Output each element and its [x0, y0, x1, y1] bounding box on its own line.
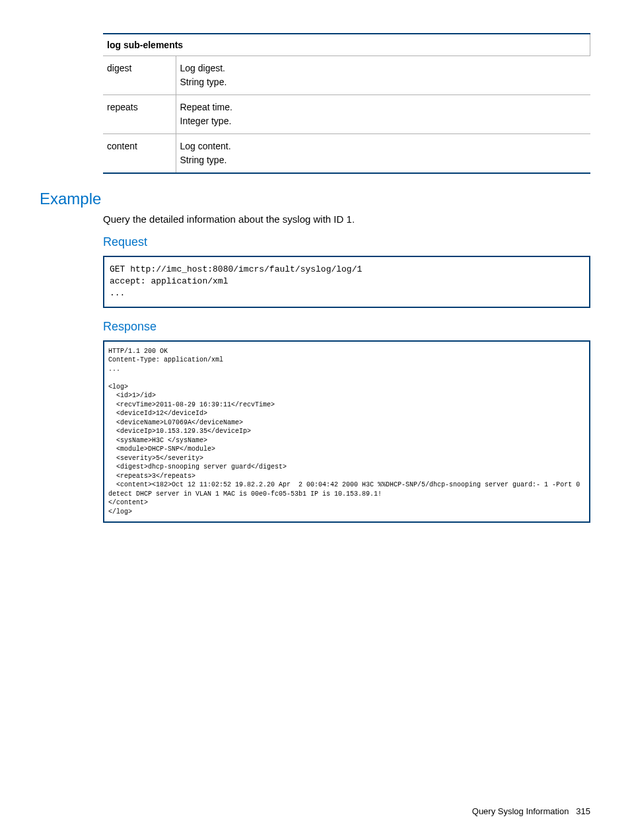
example-heading: Example — [40, 190, 590, 208]
response-code: HTTP/1.1 200 OK Content-Type: applicatio… — [103, 340, 590, 523]
request-code: GET http://imc_host:8080/imcrs/fault/sys… — [103, 256, 590, 308]
example-intro: Query the detailed information about the… — [103, 213, 590, 225]
row-desc: Log digest.String type. — [176, 56, 590, 95]
page-footer: Query Syslog Information 315 — [472, 806, 590, 816]
response-heading: Response — [103, 320, 590, 334]
table-row: repeats Repeat time.Integer type. — [103, 95, 590, 134]
table-row: content Log content.String type. — [103, 134, 590, 174]
log-sub-elements-table: log sub-elements digest Log digest.Strin… — [103, 33, 590, 174]
row-name: digest — [103, 56, 176, 95]
row-desc: Log content.String type. — [176, 134, 590, 174]
request-heading: Request — [103, 235, 590, 249]
row-desc: Repeat time.Integer type. — [176, 95, 590, 134]
row-name: repeats — [103, 95, 176, 134]
row-name: content — [103, 134, 176, 174]
footer-title: Query Syslog Information — [472, 806, 569, 816]
table-row: digest Log digest.String type. — [103, 56, 590, 95]
footer-page: 315 — [576, 806, 590, 816]
table-header: log sub-elements — [103, 34, 590, 56]
